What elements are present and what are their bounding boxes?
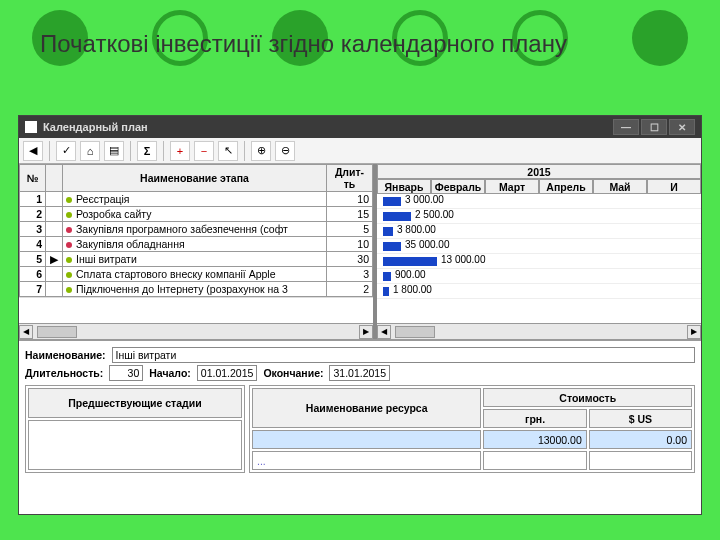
stage-name: Сплата стартового внеску компанії Apple (63, 267, 327, 282)
stage-name: Інші витрати (63, 252, 327, 267)
bar-value: 1 800.00 (393, 284, 432, 295)
bar-value: 3 000.00 (405, 194, 444, 205)
cost-header[interactable]: Стоимость (483, 388, 692, 407)
gantt-row: 13 000.00 (377, 254, 701, 269)
slide-title: Початкові інвестиції згідно календарного… (40, 30, 567, 58)
h-scrollbar-right[interactable]: ◀ ▶ (377, 323, 701, 339)
toolbar: ◀ ✓ ⌂ ▤ Σ + − ↖ ⊕ ⊖ (19, 138, 701, 164)
close-button[interactable]: ✕ (669, 119, 695, 135)
stage-name: Закупівля програмного забезпечення (софт (63, 222, 327, 237)
circle (632, 10, 688, 66)
stage-name: Розробка сайту (63, 207, 327, 222)
month-cell: И (647, 179, 701, 194)
row-num: 4 (20, 237, 46, 252)
row-num: 2 (20, 207, 46, 222)
gantt-row: 3 800.00 (377, 224, 701, 239)
prev-stages-cell[interactable] (28, 420, 242, 470)
minimize-button[interactable]: — (613, 119, 639, 135)
minus-icon[interactable]: − (194, 141, 214, 161)
bar-value: 2 500.00 (415, 209, 454, 220)
resource-cell[interactable] (252, 430, 481, 449)
check-icon[interactable]: ✓ (56, 141, 76, 161)
stage-name: Реєстрація (63, 192, 327, 207)
details-panel: Наименование: Інші витрати Длительность:… (19, 340, 701, 477)
gantt-row: 2 500.00 (377, 209, 701, 224)
col-dur[interactable]: Длит-ть (327, 165, 373, 192)
bar-value: 3 800.00 (397, 224, 436, 235)
row-num: 6 (20, 267, 46, 282)
print-icon[interactable]: ▤ (104, 141, 124, 161)
year-header: 2015 (377, 164, 701, 179)
table-row[interactable]: 4Закупівля обладнання10 (20, 237, 373, 252)
row-num: 7 (20, 282, 46, 297)
bar-value: 13 000.00 (441, 254, 486, 265)
window-title: Календарный план (43, 121, 148, 133)
gantt-row: 900.00 (377, 269, 701, 284)
end-label: Окончание: (263, 367, 323, 379)
bar-value: 35 000.00 (405, 239, 450, 250)
bar-value: 900.00 (395, 269, 426, 280)
name-field[interactable]: Інші витрати (112, 347, 695, 363)
gantt-row: 3 000.00 (377, 194, 701, 209)
gantt-bar[interactable] (383, 257, 437, 266)
row-num: 5 (20, 252, 46, 267)
table-row[interactable]: 1Реєстрація10 (20, 192, 373, 207)
maximize-button[interactable]: ☐ (641, 119, 667, 135)
stage-dur: 30 (327, 252, 373, 267)
name-label: Наименование: (25, 349, 106, 361)
usd-header[interactable]: $ US (589, 409, 692, 428)
stage-dur: 5 (327, 222, 373, 237)
stage-dur: 2 (327, 282, 373, 297)
table-row[interactable]: 5▶Інші витрати30 (20, 252, 373, 267)
table-row[interactable]: 7Підключення до Інтернету (розрахунок на… (20, 282, 373, 297)
pointer-icon[interactable]: ↖ (218, 141, 238, 161)
month-cell: Апрель (539, 179, 593, 194)
gantt-row: 35 000.00 (377, 239, 701, 254)
app-icon (25, 121, 37, 133)
dots-cell[interactable]: ... (252, 451, 481, 470)
duration-label: Длительность: (25, 367, 103, 379)
usd-cell[interactable]: 0.00 (589, 430, 692, 449)
table-row[interactable]: 2Розробка сайту15 (20, 207, 373, 222)
start-label: Начало: (149, 367, 191, 379)
grn-header[interactable]: грн. (483, 409, 586, 428)
back-icon[interactable]: ◀ (23, 141, 43, 161)
gantt-bar[interactable] (383, 212, 411, 221)
stage-name: Підключення до Інтернету (розрахунок на … (63, 282, 327, 297)
sum-icon[interactable]: Σ (137, 141, 157, 161)
month-cell: Февраль (431, 179, 485, 194)
build-icon[interactable]: ⌂ (80, 141, 100, 161)
zoom-in-icon[interactable]: ⊕ (251, 141, 271, 161)
zoom-out-icon[interactable]: ⊖ (275, 141, 295, 161)
gantt-pane: 2015 ЯнварьФевральМартАпрельМайИ 3 000.0… (377, 164, 701, 339)
end-field[interactable]: 31.01.2015 (329, 365, 390, 381)
col-name[interactable]: Наименование этапа (63, 165, 327, 192)
gantt-bar[interactable] (383, 197, 401, 206)
stage-name: Закупівля обладнання (63, 237, 327, 252)
titlebar: Календарный план — ☐ ✕ (19, 116, 701, 138)
stage-dur: 10 (327, 192, 373, 207)
stage-dur: 3 (327, 267, 373, 282)
gantt-bar[interactable] (383, 272, 391, 281)
stage-dur: 15 (327, 207, 373, 222)
prev-stages-header[interactable]: Предшествующие стадии (28, 388, 242, 418)
month-cell: Март (485, 179, 539, 194)
row-num: 1 (20, 192, 46, 207)
row-num: 3 (20, 222, 46, 237)
table-row[interactable]: 6Сплата стартового внеску компанії Apple… (20, 267, 373, 282)
stages-grid: № Наименование этапа Длит-ть 1Реєстрація… (19, 164, 377, 339)
h-scrollbar-left[interactable]: ◀ ▶ (19, 323, 373, 339)
duration-field[interactable]: 30 (109, 365, 143, 381)
col-num[interactable]: № (20, 165, 46, 192)
month-cell: Май (593, 179, 647, 194)
gantt-bar[interactable] (383, 227, 393, 236)
gantt-row: 1 800.00 (377, 284, 701, 299)
gantt-bar[interactable] (383, 287, 389, 296)
table-row[interactable]: 3Закупівля програмного забезпечення (соф… (20, 222, 373, 237)
start-field[interactable]: 01.01.2015 (197, 365, 258, 381)
month-cell: Январь (377, 179, 431, 194)
plus-icon[interactable]: + (170, 141, 190, 161)
resource-header[interactable]: Наименование ресурса (252, 388, 481, 428)
grn-cell[interactable]: 13000.00 (483, 430, 586, 449)
gantt-bar[interactable] (383, 242, 401, 251)
